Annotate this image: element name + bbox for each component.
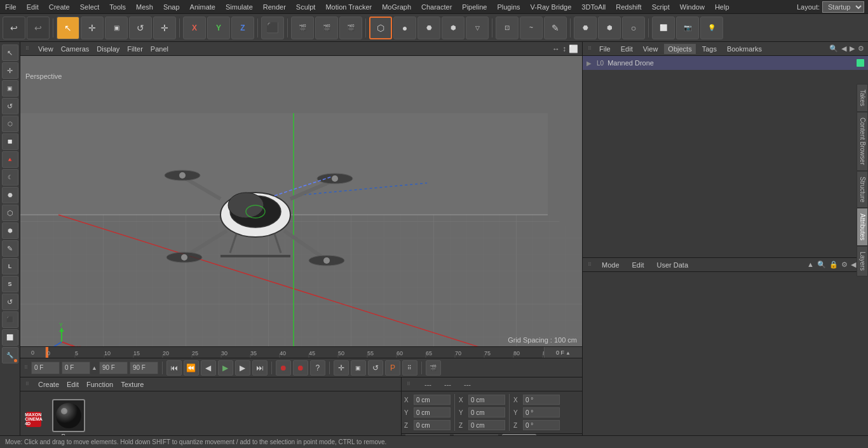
lt-rotate-btn[interactable]: ↺ xyxy=(2,98,18,114)
menu-3dtoall[interactable]: 3DToAll xyxy=(576,2,611,12)
transport-tool5-button[interactable]: ⠿ xyxy=(402,360,417,376)
transport-goto-start-button[interactable]: ⏮ xyxy=(166,360,182,376)
objects-tab-view[interactable]: View xyxy=(639,44,662,54)
objects-collapse-icon[interactable]: ◀ xyxy=(841,44,846,53)
floor-button[interactable]: ⬜ xyxy=(652,17,675,39)
vtab-attributes[interactable]: Attributes xyxy=(857,208,868,246)
viewport-menu-filter[interactable]: Filter xyxy=(127,45,142,53)
rot-x-field[interactable] xyxy=(523,395,560,405)
lt-texture-btn[interactable]: ⬡ xyxy=(2,205,18,221)
objects-search-icon[interactable]: 🔍 xyxy=(829,44,838,53)
menu-tools[interactable]: Tools xyxy=(104,2,131,12)
select-tool-button[interactable]: ↖ xyxy=(57,17,79,39)
sphere-button[interactable]: ● xyxy=(393,17,416,39)
lt-select-btn[interactable]: ↖ xyxy=(2,44,18,61)
menu-select[interactable]: Select xyxy=(75,2,105,12)
transport-next-button[interactable]: ▶ xyxy=(235,360,250,376)
transport-end-field[interactable] xyxy=(99,362,128,374)
y-axis-button[interactable]: Y xyxy=(207,17,230,39)
render-in-vp-button[interactable]: 🎬 xyxy=(315,17,338,39)
material-menu-edit[interactable]: Edit xyxy=(67,381,79,388)
circle-button[interactable]: ○ xyxy=(622,17,645,39)
transport-play-button[interactable]: ▶ xyxy=(218,360,233,376)
transport-step-back-button[interactable]: ⏪ xyxy=(184,360,199,376)
lt-brush-btn[interactable]: ⬢ xyxy=(2,222,18,239)
transport-autokey-button[interactable]: ⏺ xyxy=(293,360,308,376)
objects-tab-file[interactable]: File xyxy=(595,44,614,54)
rot-y-field[interactable] xyxy=(523,407,560,417)
menu-motion-tracker[interactable]: Motion Tracker xyxy=(320,2,377,12)
pos-x-field[interactable] xyxy=(414,395,451,405)
lt-settings-btn[interactable]: 🔧 xyxy=(2,347,18,363)
light-button[interactable]: 💡 xyxy=(700,17,723,39)
rot-z-field[interactable] xyxy=(523,420,560,430)
attr-tab-edit[interactable]: Edit xyxy=(628,260,648,270)
render-to-picture-button[interactable]: 🎬 xyxy=(291,17,314,39)
menu-mograph[interactable]: MoGraph xyxy=(377,2,416,12)
objects-expand-icon[interactable]: ▶ xyxy=(850,44,855,53)
pos-z-field[interactable] xyxy=(414,420,451,430)
vtab-takes[interactable]: Takes xyxy=(857,84,868,112)
z-axis-button[interactable]: Z xyxy=(231,17,254,39)
transport-prev-button[interactable]: ◀ xyxy=(201,360,216,376)
menu-redshift[interactable]: Redshift xyxy=(611,2,646,12)
menu-help[interactable]: Help xyxy=(710,2,735,12)
transform-tool-button[interactable]: ✛ xyxy=(153,17,176,39)
viewport-menu-cameras[interactable]: Cameras xyxy=(61,45,90,53)
attr-settings-icon[interactable]: ⚙ xyxy=(841,261,848,269)
transport-current-field[interactable] xyxy=(62,362,90,374)
viewport-canvas[interactable]: X Y Z xyxy=(20,56,582,346)
objects-tab-objects[interactable]: Objects xyxy=(664,44,695,54)
lt-knife-btn[interactable]: ✎ xyxy=(2,240,18,257)
size-y-field[interactable] xyxy=(468,407,505,417)
x-axis-button[interactable]: X xyxy=(183,17,206,39)
obj-expand-arrow[interactable]: ▶ xyxy=(587,60,594,67)
attr-lock-icon[interactable]: 🔒 xyxy=(829,261,838,269)
timeline[interactable]: 0 0 5 10 15 20 25 30 xyxy=(20,346,582,358)
lt-poly-select-btn[interactable]: 🔲 xyxy=(2,133,18,150)
menu-create[interactable]: Create xyxy=(44,2,75,12)
polygon-button[interactable]: ⬢ xyxy=(598,17,621,39)
material-menu-texture[interactable]: Texture xyxy=(121,381,144,388)
lt-move-btn[interactable]: ✛ xyxy=(2,62,18,79)
render-settings-button[interactable]: 🎬 xyxy=(339,17,362,39)
viewport-menu-view[interactable]: View xyxy=(38,45,53,53)
attr-up-arrow-icon[interactable]: ▲ xyxy=(807,261,814,269)
menu-edit[interactable]: Edit xyxy=(22,2,44,12)
undo-button[interactable]: ↩ xyxy=(3,17,25,39)
obj-color-manned-drone[interactable] xyxy=(857,59,864,67)
transport-render-button[interactable]: 🎬 xyxy=(426,360,441,376)
viewport-menu-display[interactable]: Display xyxy=(97,45,119,53)
lt-paint-btn[interactable]: ⬛ xyxy=(2,311,18,328)
lt-fill-btn[interactable]: ⬜ xyxy=(2,329,18,346)
plane-button[interactable]: ▽ xyxy=(466,17,489,39)
viewport-maximize-icon[interactable]: ↕ xyxy=(562,44,566,53)
lt-edge-select-btn[interactable]: 🔺 xyxy=(2,151,18,168)
transport-goto-end-button[interactable]: ⏭ xyxy=(252,360,268,376)
menu-plugins[interactable]: Plugins xyxy=(492,2,525,12)
objects-tab-bookmarks[interactable]: Bookmarks xyxy=(723,44,766,54)
move-tool-button[interactable]: ✛ xyxy=(81,17,104,39)
menu-pipeline[interactable]: Pipeline xyxy=(457,2,492,12)
objects-tab-edit[interactable]: Edit xyxy=(617,44,637,54)
spline-button[interactable]: ⊡ xyxy=(496,17,519,39)
attr-tab-mode[interactable]: Mode xyxy=(598,260,623,270)
timeline-ruler[interactable]: 0 5 10 15 20 25 30 35 40 45 50 55 60 65 xyxy=(46,347,582,358)
menu-window[interactable]: Window xyxy=(675,2,710,12)
menu-file[interactable]: File xyxy=(0,2,22,12)
layout-dropdown[interactable]: Startup xyxy=(822,1,864,13)
size-x-field[interactable] xyxy=(468,395,505,405)
menu-sculpt[interactable]: Sculpt xyxy=(291,2,321,12)
transport-field-arrow[interactable]: ▲ xyxy=(92,365,97,371)
ffd-button[interactable]: ~ xyxy=(520,17,543,39)
objects-settings-icon[interactable]: ⚙ xyxy=(858,44,864,53)
menu-snap[interactable]: Snap xyxy=(158,2,185,12)
object-mode-button[interactable]: ⬛ xyxy=(261,17,284,39)
viewport-container[interactable]: ⠿ View Cameras Display Filter Panel ↔ ↕ … xyxy=(20,42,582,346)
menu-character[interactable]: Character xyxy=(416,2,457,12)
cylinder-button[interactable]: ⬣ xyxy=(417,17,440,39)
grid-button[interactable]: ⬣ xyxy=(574,17,597,39)
menu-vray[interactable]: V-Ray Bridge xyxy=(526,2,577,12)
attr-search-icon[interactable]: 🔍 xyxy=(817,261,826,269)
viewport-expand-icon[interactable]: ↔ xyxy=(552,44,560,53)
